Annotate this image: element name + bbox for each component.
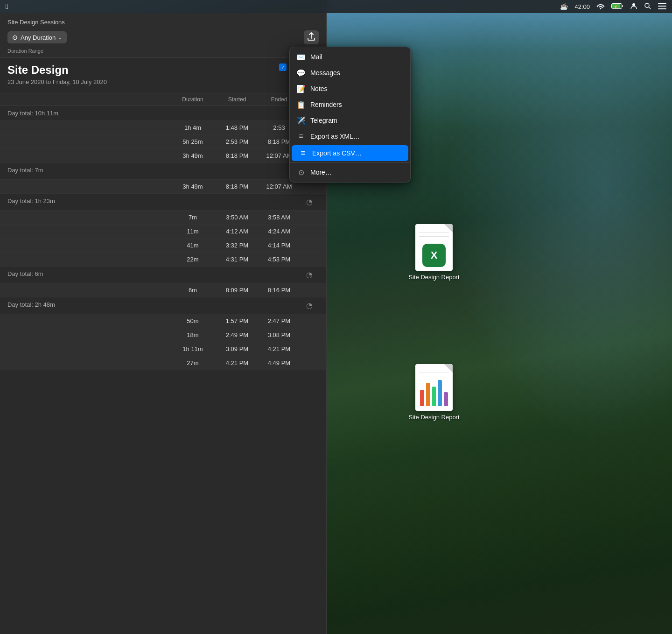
session-duration: 3h 49m [169, 183, 216, 190]
menu-icon-reminders: 📋 [296, 100, 306, 109]
session-started: 3:50 AM [216, 214, 258, 221]
session-started: 3:32 PM [216, 242, 258, 249]
menu-item-messages[interactable]: 💬 Messages [290, 65, 410, 81]
menu-label-more: More… [310, 169, 332, 176]
session-row[interactable]: 50m 1:57 PM 2:47 PM [0, 314, 326, 328]
session-row[interactable]: 1h 4m 1:48 PM 2:53 [0, 121, 326, 135]
panel-header: Site Design Sessions ⊙ Any Duration ⌄ Du… [0, 13, 326, 58]
session-ended: 3:58 AM [258, 214, 300, 221]
messages-icon: 💬 [296, 69, 306, 77]
session-duration: 18m [169, 331, 216, 338]
day-total-row: Day total: 6m ◔ [0, 267, 326, 283]
session-row[interactable]: 3h 49m 8:18 PM 12:07 AM [0, 149, 326, 163]
menu-item-mail[interactable]: ✉️ Mail [290, 49, 410, 65]
menubar-time: 42:00 [574, 3, 590, 10]
svg-point-3 [632, 3, 635, 6]
session-ended: 4:21 PM [258, 345, 300, 352]
duration-button[interactable]: ⊙ Any Duration ⌄ [7, 31, 67, 43]
menu-icon-export-csv: ≡ [298, 148, 308, 158]
completed-checkbox[interactable]: ✓ [279, 63, 287, 71]
menu-separator [290, 162, 410, 163]
session-duration: 50m [169, 317, 216, 324]
session-cell-empty [7, 359, 169, 366]
session-duration: 5h 25m [169, 138, 216, 145]
session-row[interactable]: 22m 4:31 PM 4:53 PM [0, 253, 326, 267]
session-row[interactable]: 6m 8:09 PM 8:16 PM [0, 283, 326, 297]
panel-title: Site Design Sessions [7, 19, 319, 26]
menu-item-export-csv[interactable]: ≡ Export as CSV… [292, 145, 408, 161]
search-icon[interactable] [644, 2, 651, 11]
session-row[interactable]: 41m 3:32 PM 4:14 PM [0, 239, 326, 253]
menu-item-notes[interactable]: 📝 Notes [290, 81, 410, 97]
session-started: 2:49 PM [216, 331, 258, 338]
menu-item-reminders[interactable]: 📋 Reminders [290, 97, 410, 113]
session-extra [300, 359, 319, 366]
menu-icon-messages: 💬 [296, 68, 306, 77]
session-ended: 4:49 PM [258, 359, 300, 366]
session-started: 8:18 PM [216, 152, 258, 159]
session-started: 8:18 PM [216, 183, 258, 190]
col-header-started: Started [216, 96, 258, 103]
session-started: 3:09 PM [216, 345, 258, 352]
share-button[interactable] [304, 30, 319, 44]
session-duration: 27m [169, 359, 216, 366]
share-icon [308, 32, 315, 42]
svg-text:⚡: ⚡ [614, 5, 618, 9]
session-cell-empty [7, 256, 169, 263]
session-row[interactable]: 27m 4:21 PM 4:49 PM [0, 356, 326, 370]
menu-icon-telegram: ✈️ [296, 116, 306, 125]
session-row[interactable]: 7m 3:50 AM 3:58 AM [0, 211, 326, 225]
menu-label-export-csv: Export as CSV… [312, 149, 362, 157]
menu-item-export-xml[interactable]: ≡ Export as XML… [290, 128, 410, 144]
session-ended: 8:16 PM [258, 287, 300, 294]
battery-icon: ⚡ [611, 3, 623, 11]
session-row[interactable]: 11m 4:12 AM 4:24 AM [0, 225, 326, 239]
menu-icon-mail: ✉️ [296, 52, 306, 62]
session-cell-empty [7, 124, 169, 131]
session-started: 4:12 AM [216, 228, 258, 235]
session-row[interactable]: 5h 25m 2:53 PM 8:18 PM [0, 135, 326, 149]
apple-icon[interactable]:  [6, 2, 8, 11]
pie-chart-icon: ◔ [300, 197, 319, 206]
mail-icon: ✉️ [296, 53, 306, 62]
day-total-label: Day total: 1h 23m [7, 197, 169, 206]
session-started: 1:48 PM [216, 124, 258, 131]
user-icon[interactable] [630, 2, 637, 11]
day-total-label: Day total: 6m [7, 270, 169, 279]
desktop-icon-numbers[interactable]: Site Design Report [401, 364, 467, 421]
csv-icon: ≡ [301, 149, 305, 157]
session-started: 8:09 PM [216, 287, 258, 294]
svg-rect-6 [658, 3, 666, 4]
duration-label: Any Duration [21, 34, 56, 41]
session-row[interactable]: 18m 2:49 PM 3:08 PM [0, 328, 326, 342]
session-row[interactable]: 3h 49m 8:18 PM 12:07 AM [0, 180, 326, 194]
session-duration: 1h 11m [169, 345, 216, 352]
excel-file-icon: X [415, 224, 453, 271]
svg-point-4 [645, 3, 649, 7]
desktop-icon-excel[interactable]: X Site Design Report [401, 224, 467, 281]
context-menu: ✉️ Mail 💬 Messages 📝 Notes 📋 Reminders ✈… [289, 47, 411, 183]
menu-label-notes: Notes [310, 85, 328, 92]
day-total-row: Day total: 7m ◔ [0, 163, 326, 180]
session-extra [300, 214, 319, 221]
session-extra [300, 345, 319, 352]
more-icon: ⊙ [298, 168, 304, 177]
session-extra [300, 317, 319, 324]
menu-item-telegram[interactable]: ✈️ Telegram [290, 113, 410, 128]
session-row[interactable]: 1h 11m 3:09 PM 4:21 PM [0, 342, 326, 356]
session-extra [300, 331, 319, 338]
wifi-icon [596, 3, 605, 11]
coffee-icon: ☕ [560, 3, 568, 10]
session-duration: 6m [169, 287, 216, 294]
menu-item-more[interactable]: ⊙ More… [290, 164, 410, 180]
day-total-label: Day total: 2h 48m [7, 301, 169, 310]
svg-line-5 [649, 7, 651, 9]
menu-label-export-xml: Export as XML… [310, 133, 360, 140]
svg-rect-7 [658, 6, 666, 7]
session-cell-empty [7, 331, 169, 338]
session-duration: 7m [169, 214, 216, 221]
session-cell-empty [7, 287, 169, 294]
session-extra [300, 242, 319, 249]
app-panel: Site Design Sessions ⊙ Any Duration ⌄ Du… [0, 13, 327, 634]
list-icon[interactable] [658, 3, 666, 11]
